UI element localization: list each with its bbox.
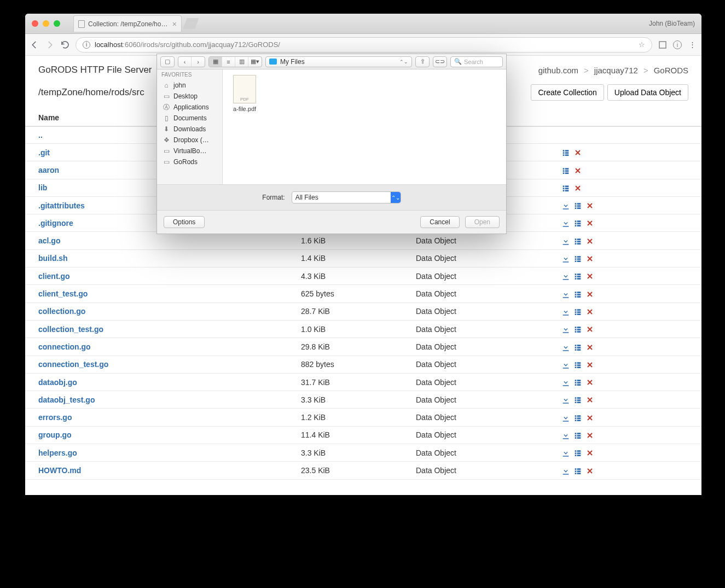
metadata-icon[interactable] xyxy=(573,325,582,334)
file-link[interactable]: group.go xyxy=(38,430,72,439)
sidebar-item[interactable]: ⬇Downloads xyxy=(157,124,222,135)
maximize-window-button[interactable] xyxy=(54,20,60,27)
file-link[interactable]: collection_test.go xyxy=(38,325,103,334)
file-link[interactable]: connection_test.go xyxy=(38,360,108,369)
delete-icon[interactable] xyxy=(585,360,594,369)
file-link[interactable]: client_test.go xyxy=(38,289,88,298)
download-icon[interactable] xyxy=(561,254,570,263)
delete-icon[interactable] xyxy=(585,219,594,228)
breadcrumb-item[interactable]: GoRODS xyxy=(654,66,688,75)
extension-icon[interactable] xyxy=(658,40,668,50)
download-icon[interactable] xyxy=(561,378,570,387)
extension-info-icon[interactable]: i xyxy=(673,40,682,49)
delete-icon[interactable] xyxy=(585,307,594,316)
file-link[interactable]: lib xyxy=(38,183,47,192)
file-link[interactable]: build.sh xyxy=(38,254,68,263)
back-icon[interactable] xyxy=(30,40,39,50)
forward-icon[interactable] xyxy=(45,40,55,50)
download-icon[interactable] xyxy=(561,395,570,404)
sidebar-item[interactable]: ▭GoRods xyxy=(157,156,222,167)
delete-icon[interactable] xyxy=(585,414,594,422)
download-icon[interactable] xyxy=(561,343,570,352)
delete-icon[interactable] xyxy=(585,378,594,387)
minimize-window-button[interactable] xyxy=(43,20,49,27)
metadata-icon[interactable] xyxy=(573,360,582,369)
download-icon[interactable] xyxy=(561,201,570,210)
metadata-icon[interactable] xyxy=(561,148,570,157)
metadata-icon[interactable] xyxy=(561,166,570,175)
delete-icon[interactable] xyxy=(585,449,594,457)
file-link[interactable]: errors.go xyxy=(38,413,72,422)
file-link[interactable]: dataobj.go xyxy=(38,378,77,387)
delete-icon[interactable] xyxy=(585,325,594,334)
metadata-icon[interactable] xyxy=(573,237,582,246)
sidebar-item[interactable]: ▭Desktop xyxy=(157,91,222,102)
delete-icon[interactable] xyxy=(585,254,594,263)
file-item[interactable]: a-file.pdf xyxy=(228,75,261,112)
download-icon[interactable] xyxy=(561,290,570,299)
file-link[interactable]: collection.go xyxy=(38,307,85,316)
reload-icon[interactable] xyxy=(60,40,70,50)
file-link[interactable]: .gitattributes xyxy=(38,201,85,210)
download-icon[interactable] xyxy=(561,325,570,334)
delete-icon[interactable] xyxy=(573,166,582,175)
profile-label[interactable]: John (BioTeam) xyxy=(642,20,701,27)
breadcrumb-item[interactable]: github.com xyxy=(538,66,578,75)
metadata-icon[interactable] xyxy=(573,254,582,263)
file-link[interactable]: HOWTO.md xyxy=(38,466,81,475)
download-icon[interactable] xyxy=(561,431,570,440)
share-button[interactable]: ⇪ xyxy=(415,56,430,67)
menu-icon[interactable]: ⋮ xyxy=(687,40,697,50)
file-link[interactable]: .. xyxy=(38,131,43,139)
metadata-icon[interactable] xyxy=(573,414,582,422)
column-view-icon[interactable]: ▥ xyxy=(235,57,248,67)
metadata-icon[interactable] xyxy=(573,431,582,440)
create-collection-button[interactable]: Create Collection xyxy=(531,84,604,101)
metadata-icon[interactable] xyxy=(573,290,582,299)
metadata-icon[interactable] xyxy=(573,272,582,281)
download-icon[interactable] xyxy=(561,449,570,457)
nav-segment[interactable]: ‹› xyxy=(178,56,205,67)
file-link[interactable]: acl.go xyxy=(38,236,60,245)
download-icon[interactable] xyxy=(561,307,570,316)
sidebar-toggle[interactable]: ▢ xyxy=(160,56,175,67)
site-info-icon[interactable]: i xyxy=(83,41,90,49)
nav-forward-icon[interactable]: › xyxy=(192,57,205,67)
delete-icon[interactable] xyxy=(585,467,594,475)
delete-icon[interactable] xyxy=(585,290,594,299)
format-select[interactable]: All Files ⌃⌄ xyxy=(292,191,401,203)
delete-icon[interactable] xyxy=(585,395,594,404)
file-link[interactable]: connection.go xyxy=(38,342,91,351)
file-link[interactable]: .git xyxy=(38,148,50,157)
close-tab-icon[interactable]: × xyxy=(172,20,177,28)
file-link[interactable]: client.go xyxy=(38,272,70,281)
nav-back-icon[interactable]: ‹ xyxy=(178,57,192,67)
metadata-icon[interactable] xyxy=(573,219,582,228)
upload-data-object-button[interactable]: Upload Data Object xyxy=(607,84,688,101)
download-icon[interactable] xyxy=(561,467,570,475)
metadata-icon[interactable] xyxy=(573,201,582,210)
file-link[interactable]: helpers.go xyxy=(38,449,77,457)
file-link[interactable]: aaron xyxy=(38,166,59,174)
bookmark-icon[interactable]: ☆ xyxy=(639,40,645,49)
delete-icon[interactable] xyxy=(585,237,594,246)
cancel-button[interactable]: Cancel xyxy=(420,216,459,228)
gallery-view-icon[interactable]: ▦▾ xyxy=(248,57,262,67)
breadcrumb-item[interactable]: jjacquay712 xyxy=(594,66,638,75)
metadata-icon[interactable] xyxy=(573,343,582,352)
delete-icon[interactable] xyxy=(585,431,594,440)
metadata-icon[interactable] xyxy=(573,449,582,457)
metadata-icon[interactable] xyxy=(561,184,570,193)
browser-tab[interactable]: Collection: /tempZone/home/ro × xyxy=(73,15,182,32)
sidebar-item[interactable]: ⌂john xyxy=(157,80,222,91)
metadata-icon[interactable] xyxy=(573,467,582,475)
sidebar-item[interactable]: ⒶApplications xyxy=(157,102,222,113)
location-popup[interactable]: My Files ⌃⌄ xyxy=(265,56,412,67)
sidebar-item[interactable]: ▯Documents xyxy=(157,113,222,124)
icon-view-icon[interactable]: ▦ xyxy=(209,57,222,67)
download-icon[interactable] xyxy=(561,237,570,246)
dialog-search-input[interactable]: 🔍 Search xyxy=(450,56,503,67)
file-link[interactable]: dataobj_test.go xyxy=(38,395,95,404)
list-view-icon[interactable]: ≡ xyxy=(222,57,235,67)
file-link[interactable]: .gitignore xyxy=(38,219,73,228)
